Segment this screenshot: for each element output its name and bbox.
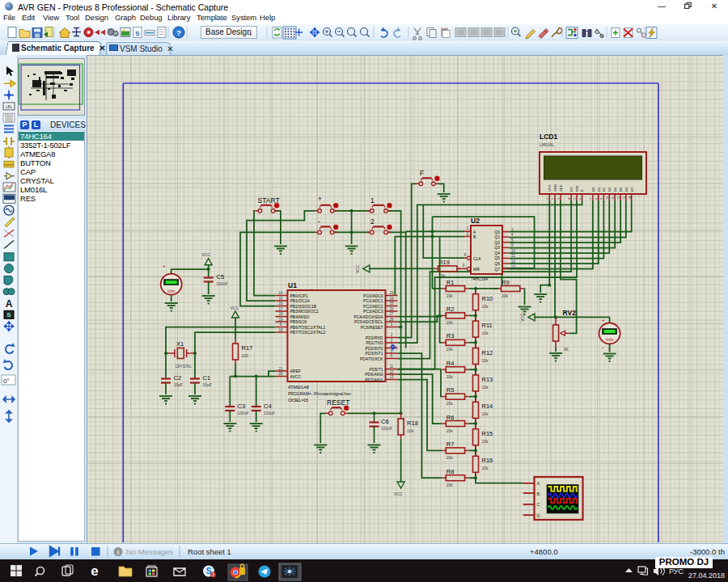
svg-text:R3: R3 [447, 332, 455, 340]
svg-text:20k: 20k [447, 293, 454, 298]
svg-text:VDD: VDD [553, 184, 557, 192]
svg-text:PD0/RXD: PD0/RXD [366, 335, 383, 340]
svg-text:?: ? [176, 28, 181, 37]
svg-text:5: 5 [574, 198, 577, 200]
svg-text:20k: 20k [447, 455, 454, 460]
svg-text:100: 100 [242, 353, 249, 358]
svg-text:1: 1 [467, 226, 469, 230]
svg-text:PD4/T0/XCK: PD4/T0/XCK [360, 356, 383, 361]
svg-text:D: D [537, 513, 540, 518]
svg-text:9: 9 [600, 198, 603, 200]
svg-text:20k: 20k [447, 401, 454, 406]
svg-text:R11: R11 [482, 322, 493, 329]
svg-text:5: 5 [391, 349, 393, 353]
svg-text:10: 10 [278, 328, 283, 332]
svg-text:C: C [537, 502, 540, 507]
svg-text:10: 10 [511, 249, 516, 253]
svg-text:PC0/ADC0: PC0/ADC0 [363, 293, 383, 298]
svg-text:PB0/ICP1: PB0/ICP1 [290, 293, 308, 298]
svg-text:РУС: РУС [669, 567, 684, 576]
svg-text:24: 24 [389, 297, 394, 301]
svg-text:D6: D6 [624, 187, 629, 192]
svg-text:PB1/OC1A: PB1/OC1A [290, 298, 311, 303]
svg-text:9: 9 [463, 264, 465, 268]
svg-text:Q7: Q7 [494, 267, 500, 272]
svg-text:12: 12 [389, 370, 394, 374]
svg-text:-: - [318, 217, 320, 226]
svg-text:16: 16 [278, 302, 283, 306]
svg-text:R9: R9 [502, 279, 510, 286]
svg-text:20k: 20k [447, 320, 454, 325]
svg-text:Q3: Q3 [494, 245, 500, 250]
svg-text:D3: D3 [607, 187, 612, 192]
svg-text:PD3/INT1: PD3/INT1 [366, 351, 383, 356]
svg-text:6: 6 [579, 198, 582, 200]
svg-text:2: 2 [370, 217, 375, 226]
svg-text:5K: 5K [564, 347, 569, 352]
svg-text:10k: 10k [482, 466, 489, 470]
svg-text:13: 13 [511, 265, 516, 269]
svg-text:12: 12 [617, 196, 620, 200]
svg-text:100nF: 100nF [238, 411, 249, 415]
svg-text:START: START [258, 196, 280, 205]
svg-text:C3: C3 [238, 403, 246, 410]
svg-text:+4800.0: +4800.0 [530, 547, 558, 556]
svg-text:R5: R5 [447, 386, 455, 394]
svg-text:R6: R6 [447, 414, 455, 421]
svg-text:CKSEL=15: CKSEL=15 [288, 398, 308, 403]
svg-text:100nF: 100nF [217, 281, 228, 286]
svg-text:1: 1 [370, 196, 375, 205]
svg-text:10k: 10k [482, 304, 489, 309]
svg-text:2: 2 [552, 198, 555, 200]
svg-text:74HC164: 74HC164 [471, 276, 488, 281]
svg-text:6: 6 [511, 243, 514, 247]
svg-text:20k: 20k [447, 483, 454, 487]
svg-text:PD1/TXD: PD1/TXD [366, 340, 383, 345]
svg-text:A: A [6, 298, 13, 310]
svg-text:23: 23 [389, 291, 394, 295]
svg-text:27.04.2018: 27.04.2018 [688, 571, 725, 580]
svg-text:R15: R15 [482, 430, 493, 437]
svg-text:C2: C2 [174, 374, 182, 382]
svg-text:C5: C5 [217, 273, 225, 280]
svg-text:20k: 20k [447, 428, 454, 433]
svg-text:PC5/ADC5/SCL: PC5/ADC5/SCL [354, 319, 383, 324]
svg-text:VCC: VCC [394, 491, 403, 496]
svg-text:VCC: VCC [202, 252, 211, 257]
svg-text:No Messages: No Messages [126, 547, 173, 556]
svg-text:2: 2 [467, 232, 469, 236]
svg-text:8: 8 [464, 253, 467, 257]
svg-text:26: 26 [389, 307, 394, 311]
svg-text:R10: R10 [482, 295, 493, 302]
svg-text:17: 17 [278, 307, 283, 311]
svg-text:0°: 0° [3, 377, 10, 385]
svg-text:11: 11 [390, 365, 394, 369]
svg-text:R17: R17 [242, 344, 253, 352]
svg-text:R18: R18 [407, 420, 418, 427]
svg-text:R16: R16 [482, 457, 493, 464]
svg-text:S: S [135, 30, 140, 37]
svg-text:10k: 10k [482, 411, 489, 416]
svg-text:RS: RS [569, 187, 574, 192]
svg-text:7: 7 [590, 198, 593, 200]
svg-text:PC2/ADC2: PC2/ADC2 [363, 304, 383, 309]
svg-text:25: 25 [389, 302, 394, 306]
svg-text:PD2/INT0: PD2/INT0 [366, 346, 383, 351]
svg-text:Root sheet 1: Root sheet 1 [188, 547, 231, 556]
svg-text:8: 8 [595, 198, 599, 200]
svg-text:Q6: Q6 [494, 261, 500, 266]
svg-text:U1: U1 [288, 281, 297, 289]
svg-text:B: B [537, 491, 540, 496]
svg-text:PC4/ADC4/SDA: PC4/ADC4/SDA [353, 314, 383, 319]
svg-text:-3000.0: -3000.0 [690, 547, 716, 556]
svg-text:D5: D5 [619, 187, 623, 192]
svg-text:1: 1 [391, 323, 393, 327]
svg-text:Q5: Q5 [494, 255, 500, 260]
svg-text:100nF: 100nF [264, 411, 275, 415]
svg-text:PB3/MOSI/OC2: PB3/MOSI/OC2 [290, 309, 320, 314]
svg-text:D4: D4 [613, 187, 617, 192]
svg-text:12: 12 [511, 259, 516, 264]
svg-text:C4: C4 [264, 403, 272, 410]
svg-text:i: i [117, 549, 119, 556]
svg-text:20k: 20k [447, 374, 454, 379]
